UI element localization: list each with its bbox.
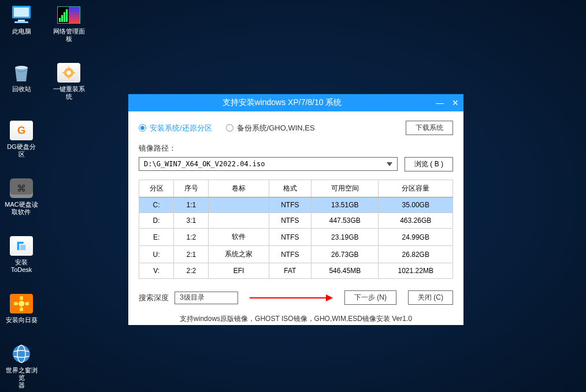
recycle-bin-icon xyxy=(12,63,31,83)
table-cell: V: xyxy=(139,263,174,279)
desktop-icon-label: 安装ToDesk xyxy=(5,259,38,274)
svg-point-12 xyxy=(20,296,23,300)
mac-disk-icon xyxy=(10,178,33,198)
table-cell: NTFS xyxy=(269,246,311,263)
th-partition: 分区 xyxy=(139,180,174,197)
table-cell: 1:2 xyxy=(174,229,209,246)
depth-value: 3级目录 xyxy=(180,293,205,303)
table-cell: EFI xyxy=(209,263,269,279)
desktop-icon-browser[interactable]: 世界之窗浏览 器 xyxy=(5,344,38,389)
titlebar[interactable]: 支持安装windows XP/7/8/10 系统 — ✕ xyxy=(128,94,463,111)
table-row[interactable]: E:1:2软件NTFS23.19GB24.99GB xyxy=(139,229,453,246)
radio-install-label: 安装系统/还原分区 xyxy=(150,123,212,133)
desktop-icon-label: 一键重装系统 xyxy=(52,85,86,100)
sunflower-icon xyxy=(10,294,33,313)
desktop-icon-todesk[interactable]: 安装ToDesk xyxy=(5,236,38,274)
dg-icon: G xyxy=(10,121,33,140)
svg-point-16 xyxy=(13,345,30,363)
gear-icon xyxy=(57,63,80,83)
desktop-icon-label: DG硬盘分区 xyxy=(5,143,38,158)
partition-table: 分区 序号 卷标 格式 可用空间 分区容量 C:1:1NTFS13.51GB35… xyxy=(139,180,453,279)
svg-rect-3 xyxy=(14,21,28,23)
desktop-icon-mac-disk[interactable]: MAC硬盘读 取软件 xyxy=(5,178,38,216)
table-row[interactable]: V:2:2EFIFAT546.45MB1021.22MB xyxy=(139,263,453,279)
desktop: 此电脑 网络管理面板 回收站 一键重装系统 G DG硬盘分区 xyxy=(0,0,586,392)
svg-point-14 xyxy=(14,302,18,305)
image-path-value: D:\G_WIN7_X64_OK_V2022.04.iso xyxy=(144,160,265,168)
th-label: 卷标 xyxy=(209,180,269,197)
table-cell: 1:1 xyxy=(174,197,209,213)
depth-select[interactable]: 3级目录 xyxy=(175,292,238,304)
svg-point-6 xyxy=(66,70,71,74)
table-cell: D: xyxy=(139,213,174,229)
table-cell: 546.45MB xyxy=(311,263,379,279)
table-cell: NTFS xyxy=(269,213,311,229)
table-cell: 系统之家 xyxy=(209,246,269,263)
computer-icon xyxy=(10,5,33,25)
globe-icon xyxy=(11,344,32,364)
close-button[interactable]: ✕ xyxy=(452,98,459,107)
desktop-icon-sunlogin[interactable]: 安装向日葵 xyxy=(5,293,38,324)
th-cap: 分区容量 xyxy=(379,180,453,197)
table-cell: NTFS xyxy=(269,197,311,213)
caret-down-icon xyxy=(387,162,392,166)
table-cell: 26.82GB xyxy=(379,246,453,263)
desktop-icon-label: 回收站 xyxy=(12,85,31,93)
browse-button[interactable]: 浏览 ( B ) xyxy=(405,157,453,171)
svg-rect-10 xyxy=(73,72,75,73)
table-cell: U: xyxy=(139,246,174,263)
table-row[interactable]: U:2:1系统之家NTFS26.73GB26.82GB xyxy=(139,246,453,263)
table-cell: NTFS xyxy=(269,229,311,246)
table-cell: E: xyxy=(139,229,174,246)
minimize-button[interactable]: — xyxy=(436,98,444,107)
image-path-select[interactable]: D:\G_WIN7_X64_OK_V2022.04.iso xyxy=(139,157,398,171)
window-title: 支持安装windows XP/7/8/10 系统 xyxy=(128,98,436,108)
table-cell: 24.99GB xyxy=(379,229,453,246)
desktop-icon-network-panel[interactable]: 网络管理面板 xyxy=(52,5,86,43)
table-cell: 447.53GB xyxy=(311,213,379,229)
network-panel-icon xyxy=(57,6,80,24)
desktop-icon-this-pc[interactable]: 此电脑 xyxy=(5,5,38,43)
table-cell: 463.26GB xyxy=(379,213,453,229)
radio-backup[interactable]: 备份系统/GHO,WIN,ES xyxy=(226,123,315,133)
table-cell: 2:1 xyxy=(174,246,209,263)
table-row[interactable]: D:3:1NTFS447.53GB463.26GB xyxy=(139,213,453,229)
close-btn[interactable]: 关闭 (C) xyxy=(408,290,453,305)
download-button[interactable]: 下载系统 xyxy=(406,121,453,135)
table-cell: 26.73GB xyxy=(311,246,379,263)
table-cell: C: xyxy=(139,197,174,213)
desktop-icon-label: 世界之窗浏览 器 xyxy=(5,367,38,389)
svg-point-11 xyxy=(18,301,24,307)
todesk-icon xyxy=(10,236,33,256)
depth-label: 搜索深度 xyxy=(139,293,169,303)
desktop-icon-label: 网络管理面板 xyxy=(52,28,86,43)
next-button[interactable]: 下一步 (N) xyxy=(344,290,396,305)
desktop-icon-label: 安装向日葵 xyxy=(6,316,38,324)
table-cell: 2:2 xyxy=(174,263,209,279)
table-cell xyxy=(209,213,269,229)
svg-rect-7 xyxy=(68,66,69,69)
table-cell xyxy=(209,197,269,213)
th-format: 格式 xyxy=(269,180,311,197)
table-cell: 3:1 xyxy=(174,213,209,229)
table-cell: FAT xyxy=(269,263,311,279)
desktop-icon-label: 此电脑 xyxy=(12,28,31,35)
footer-text: 支持windows原版镜像，GHOST ISO镜像，GHO,WIM,ESD镜像安… xyxy=(139,314,453,324)
table-cell: 35.00GB xyxy=(379,197,453,213)
annotation-arrow xyxy=(244,292,339,304)
table-row[interactable]: C:1:1NTFS13.51GB35.00GB xyxy=(139,197,453,213)
table-cell: 1021.22MB xyxy=(379,263,453,279)
desktop-icon-recycle-bin[interactable]: 回收站 xyxy=(5,62,38,100)
svg-point-13 xyxy=(20,307,23,311)
table-cell: 23.19GB xyxy=(311,229,379,246)
radio-install[interactable]: 安装系统/还原分区 xyxy=(139,123,212,133)
desktop-icon-reinstall[interactable]: 一键重装系统 xyxy=(52,62,86,100)
desktop-icon-label: MAC硬盘读 取软件 xyxy=(5,201,38,216)
image-path-label: 镜像路径： xyxy=(139,143,453,154)
desktop-icon-dg[interactable]: G DG硬盘分区 xyxy=(5,120,38,158)
th-index: 序号 xyxy=(174,180,209,197)
installer-window: 支持安装windows XP/7/8/10 系统 — ✕ 安装系统/还原分区 备… xyxy=(128,94,463,325)
table-cell: 软件 xyxy=(209,229,269,246)
svg-point-4 xyxy=(15,66,28,69)
svg-rect-1 xyxy=(14,8,29,17)
